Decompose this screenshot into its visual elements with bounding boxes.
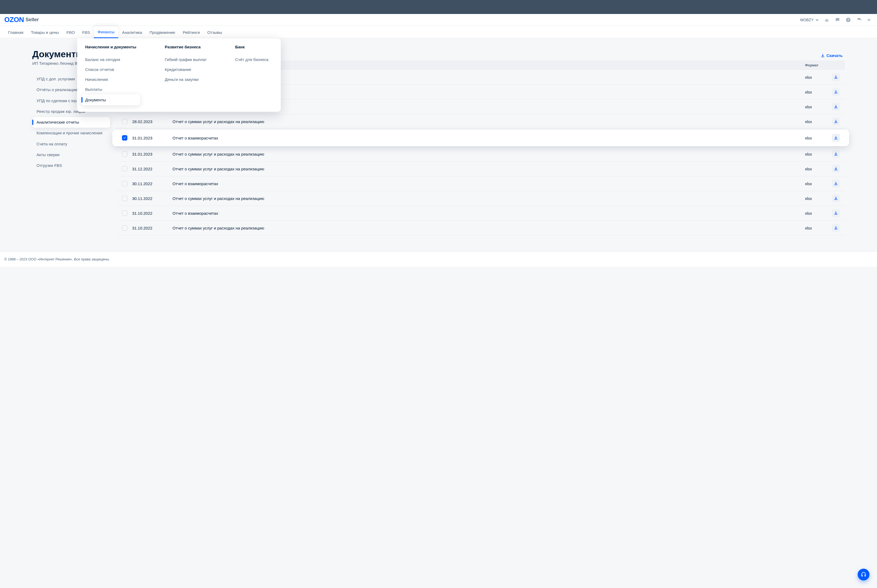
table-row: 31.10.2022Отчет о суммах услуг и расхода… bbox=[117, 220, 845, 236]
dropdown-item[interactable]: Выплаты bbox=[85, 84, 136, 94]
row-format: xlsx bbox=[805, 75, 829, 80]
nav-item-0[interactable]: Главная bbox=[4, 27, 27, 38]
dropdown-item[interactable]: Список отчетов bbox=[85, 64, 136, 75]
row-checkbox[interactable] bbox=[122, 225, 127, 231]
sidebar-item-8[interactable]: Отгрузки FBS bbox=[32, 160, 110, 171]
header-right: MOBZY ? bbox=[800, 17, 873, 23]
dropdown-column-title: Банк bbox=[235, 45, 273, 49]
nav-item-5[interactable]: Аналитика bbox=[118, 27, 145, 38]
row-checkbox[interactable] bbox=[122, 135, 127, 141]
row-format: xlsx bbox=[805, 211, 829, 216]
row-download-button[interactable] bbox=[832, 134, 840, 142]
row-date: 31.10.2022 bbox=[130, 211, 171, 216]
row-date: 31.01.2023 bbox=[130, 152, 171, 156]
crown-icon[interactable] bbox=[824, 17, 830, 23]
row-date: 30.11.2022 bbox=[130, 196, 171, 201]
footer: © 1998 – 2023 ООО «Интернет Решения». Вс… bbox=[0, 252, 877, 267]
table-row: 30.11.2022Отчет о взаиморасчетахxlsx bbox=[117, 176, 845, 191]
dropdown-item[interactable]: Начисления bbox=[85, 75, 136, 84]
row-name: Отчет о суммах услуг и расходах на реали… bbox=[171, 119, 805, 124]
row-name: Отчет о взаиморасчетах bbox=[171, 136, 805, 140]
dropdown-item[interactable]: Баланс на сегодня bbox=[85, 54, 136, 64]
row-download-button[interactable] bbox=[832, 103, 840, 111]
row-download-button[interactable] bbox=[832, 165, 840, 173]
header: OZON Seller MOBZY ? bbox=[0, 14, 877, 26]
dropdown-item[interactable]: Гибкий график выплат bbox=[165, 54, 207, 64]
row-name: Отчет о суммах услуг и расходах на реали… bbox=[171, 166, 805, 171]
row-download-button[interactable] bbox=[832, 88, 840, 96]
row-name: Отчет о суммах услуг и расходах на реали… bbox=[171, 226, 805, 230]
chat-icon[interactable] bbox=[835, 17, 841, 23]
row-name: Отчет о взаиморасчетах bbox=[171, 211, 805, 216]
navbar: ГлавнаяТовары и ценыFBOFBSФинансыАналити… bbox=[0, 26, 877, 38]
row-date: 31.10.2022 bbox=[130, 226, 171, 230]
sidebar-item-6[interactable]: Счета на оплату bbox=[32, 139, 110, 149]
nav-item-1[interactable]: Товары и цены bbox=[27, 27, 63, 38]
row-date: 28.02.2023 bbox=[130, 119, 171, 124]
table-row: 31.10.2022Отчет о взаиморасчетахxlsx bbox=[117, 206, 845, 220]
download-icon bbox=[834, 119, 838, 124]
row-download-button[interactable] bbox=[832, 117, 840, 126]
table-row: 30.11.2022Отчет о суммах услуг и расхода… bbox=[117, 191, 845, 206]
row-format: xlsx bbox=[805, 166, 829, 171]
dropdown-column-title: Начисления и документы bbox=[85, 45, 136, 49]
account-menu[interactable]: MOBZY bbox=[800, 18, 819, 22]
sidebar-item-5[interactable]: Компенсации и прочие начисления bbox=[32, 128, 110, 138]
row-download-button[interactable] bbox=[832, 180, 840, 188]
row-date: 31.01.2023 bbox=[130, 136, 171, 140]
dropdown-column-2: БанкСчёт для бизнеса bbox=[227, 45, 281, 105]
row-checkbox[interactable] bbox=[122, 210, 127, 216]
graduation-icon[interactable] bbox=[856, 17, 862, 23]
dropdown-item[interactable]: Деньги на закупки bbox=[165, 75, 207, 84]
download-icon bbox=[834, 136, 838, 140]
row-download-button[interactable] bbox=[832, 194, 840, 202]
download-icon bbox=[834, 196, 838, 201]
logo-seller: Seller bbox=[25, 17, 39, 22]
nav-item-7[interactable]: Рейтинги bbox=[179, 27, 203, 38]
table-row: 31.01.2023Отчет о взаиморасчетахxlsx bbox=[112, 129, 849, 146]
dropdown-item[interactable]: Счёт для бизнеса bbox=[235, 54, 273, 64]
logo[interactable]: OZON Seller bbox=[4, 16, 39, 24]
row-date: 30.11.2022 bbox=[130, 182, 171, 186]
row-checkbox[interactable] bbox=[122, 119, 127, 124]
download-icon bbox=[834, 75, 838, 79]
download-all-label: Скачать bbox=[826, 53, 843, 58]
row-date: 31.12.2022 bbox=[130, 166, 171, 171]
account-name: MOBZY bbox=[800, 18, 814, 22]
row-checkbox[interactable] bbox=[122, 151, 127, 157]
row-format: xlsx bbox=[805, 182, 829, 186]
row-download-button[interactable] bbox=[832, 150, 840, 158]
nav-item-4[interactable]: Финансы bbox=[94, 26, 118, 38]
download-all-button[interactable]: Скачать bbox=[821, 53, 843, 58]
dropdown-item[interactable]: Кредитование bbox=[165, 64, 207, 75]
table-row: 31.12.2022Отчет о суммах услуг и расхода… bbox=[117, 162, 845, 176]
row-checkbox[interactable] bbox=[122, 196, 127, 201]
row-name: Отчет о суммах услуг и расходах на реали… bbox=[171, 196, 805, 201]
dropdown-column-0: Начисления и документыБаланс на сегодняС… bbox=[77, 45, 144, 105]
table-row: 31.01.2023Отчет о суммах услуг и расхода… bbox=[117, 147, 845, 162]
row-checkbox[interactable] bbox=[122, 181, 127, 186]
row-format: xlsx bbox=[805, 226, 829, 230]
dropdown-item[interactable]: Документы bbox=[81, 94, 140, 105]
megaphone-icon[interactable] bbox=[867, 17, 873, 23]
row-download-button[interactable] bbox=[832, 73, 840, 81]
row-download-button[interactable] bbox=[832, 224, 840, 232]
nav-item-2[interactable]: FBO bbox=[63, 27, 78, 38]
row-checkbox[interactable] bbox=[122, 166, 127, 171]
svg-text:?: ? bbox=[847, 18, 849, 21]
download-icon bbox=[834, 105, 838, 109]
finance-dropdown: Начисления и документыБаланс на сегодняС… bbox=[77, 38, 281, 112]
download-icon bbox=[834, 211, 838, 215]
row-download-button[interactable] bbox=[832, 209, 840, 217]
logo-ozon: OZON bbox=[4, 16, 24, 24]
nav-item-6[interactable]: Продвижение bbox=[146, 27, 179, 38]
sidebar-item-4[interactable]: Аналитические отчеты bbox=[32, 117, 110, 128]
nav-item-3[interactable]: FBS bbox=[78, 27, 94, 38]
sidebar-item-7[interactable]: Акты сверки bbox=[32, 149, 110, 160]
nav-item-8[interactable]: Отзывы bbox=[204, 27, 226, 38]
download-icon bbox=[834, 166, 838, 171]
col-format-header: Формат bbox=[805, 63, 829, 67]
help-icon[interactable]: ? bbox=[845, 17, 851, 23]
row-format: xlsx bbox=[805, 119, 829, 124]
dropdown-column-title: Развитие бизнеса bbox=[165, 45, 207, 49]
